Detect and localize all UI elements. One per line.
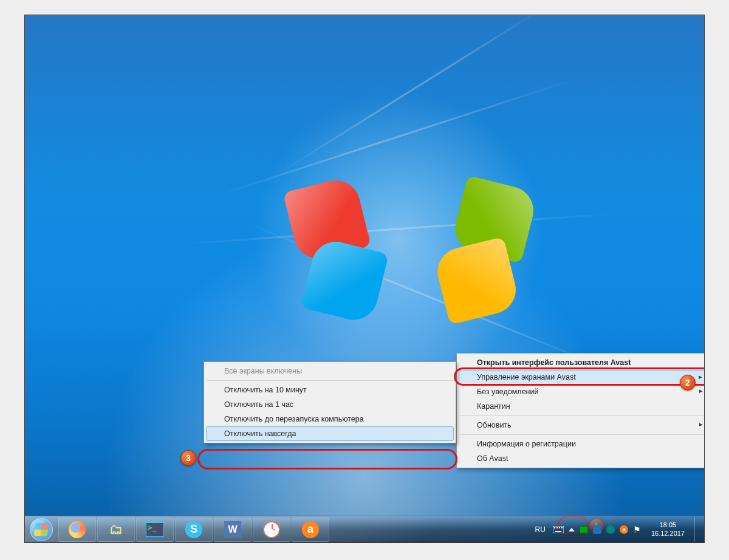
menu-silent-mode[interactable]: Без уведомлений — [459, 384, 705, 399]
menu-separator — [460, 434, 705, 435]
screenshot-frame: Открыть интерфейс пользователя Avast Упр… — [24, 15, 705, 543]
submenu-disable-10min[interactable]: Отключить на 10 минут — [206, 383, 454, 397]
taskbar: 🗂 >_ S W a RU a ⚑ 18:05 16.12.2017 — [25, 516, 704, 542]
menu-registration-info[interactable]: Информация о регистрации — [459, 437, 705, 451]
menu-shields-control[interactable]: Управление экранами Avast — [459, 370, 705, 384]
menu-update[interactable]: Обновить — [459, 418, 705, 432]
menu-separator — [460, 415, 705, 416]
tray-flag-icon[interactable] — [580, 526, 588, 533]
windows-logo-icon — [286, 167, 456, 337]
submenu-disable-until-restart[interactable]: Отключить до перезапуска компьютера — [206, 412, 454, 426]
menu-open-ui[interactable]: Открыть интерфейс пользователя Avast — [459, 355, 705, 370]
menu-about[interactable]: Об Avast — [459, 451, 705, 466]
menu-quarantine[interactable]: Карантин — [459, 399, 705, 414]
submenu-header-all-enabled: Все экраны включены — [206, 364, 454, 378]
avast-tray-context-menu: Открыть интерфейс пользователя Avast Упр… — [456, 353, 705, 468]
annotation-badge-3: 3 — [180, 450, 196, 466]
shields-submenu: Все экраны включены Отключить на 10 мину… — [204, 361, 456, 443]
annotation-badge-2: 2 — [680, 375, 696, 391]
submenu-disable-forever[interactable]: Отключить навсегда — [206, 426, 454, 441]
system-tray: RU a ⚑ 18:05 16.12.2017 — [529, 517, 704, 542]
menu-separator — [207, 380, 453, 381]
submenu-disable-1hour[interactable]: Отключить на 1 час — [206, 397, 454, 412]
